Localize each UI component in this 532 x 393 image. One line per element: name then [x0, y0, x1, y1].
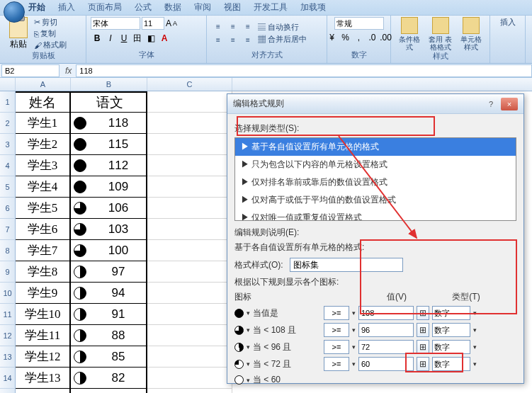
cut-button[interactable]: ✂剪切 — [34, 17, 67, 28]
row-header[interactable]: 7 — [0, 219, 16, 240]
cell[interactable] — [147, 176, 232, 198]
operator-select[interactable] — [324, 306, 349, 320]
col-A[interactable]: A — [16, 78, 71, 91]
cell[interactable]: 学生4 — [16, 176, 71, 198]
name-box[interactable] — [1, 64, 60, 77]
cell[interactable]: 学生6 — [16, 219, 71, 240]
chevron-down-icon[interactable]: ▾ — [247, 377, 250, 384]
cell[interactable]: 100 — [71, 240, 147, 261]
tab-dev[interactable]: 开发工具 — [254, 1, 288, 13]
cell[interactable]: 94 — [71, 283, 147, 304]
copy-button[interactable]: ⎘复制 — [34, 28, 67, 39]
fx-icon[interactable]: fx — [61, 66, 76, 76]
merge-button[interactable]: ▦ 合并后居中 — [258, 34, 307, 45]
cell[interactable]: 109 — [71, 176, 147, 198]
row-header[interactable]: 3 — [0, 134, 16, 155]
cell[interactable]: 姓名 — [16, 91, 71, 113]
rule-item-2[interactable]: ▶ 仅对排名靠前或靠后的数值设置格式 — [235, 173, 516, 191]
percent-icon[interactable]: % — [339, 31, 352, 44]
align-grid[interactable]: ≡≡≡≡≡≡ — [211, 21, 255, 47]
italic-button[interactable]: I — [104, 32, 117, 45]
bold-button[interactable]: B — [91, 32, 103, 45]
dialog-titlebar[interactable]: 编辑格式规则 ? × — [227, 94, 523, 114]
cell[interactable] — [147, 368, 232, 389]
tab-insert[interactable]: 插入 — [58, 1, 75, 13]
value-input[interactable] — [358, 323, 414, 337]
cell[interactable]: 学生10 — [16, 304, 71, 325]
insert-button[interactable]: 插入 — [500, 17, 516, 28]
rule-type-list[interactable]: ▶ 基于各自值设置所有单元格的格式 ▶ 只为包含以下内容的单元格设置格式 ▶ 仅… — [234, 137, 516, 221]
fmtpaint-button[interactable]: 🖌格式刷 — [34, 40, 67, 50]
cell[interactable]: 语文 — [71, 91, 147, 113]
col-C[interactable]: C — [147, 78, 232, 91]
cell[interactable]: 115 — [71, 134, 147, 155]
type-select[interactable] — [432, 306, 470, 320]
col-B[interactable]: B — [71, 78, 147, 91]
cell[interactable] — [147, 389, 232, 393]
cell[interactable]: 学生5 — [16, 198, 71, 219]
cell[interactable]: 学生14 — [16, 389, 71, 393]
cell[interactable] — [147, 155, 232, 176]
rule-item-4[interactable]: ▶ 仅对唯一值或重复值设置格式 — [235, 209, 516, 221]
row-header[interactable]: 6 — [0, 198, 16, 219]
cell[interactable] — [147, 134, 232, 155]
cell[interactable]: 79 — [71, 389, 147, 393]
chevron-down-icon[interactable]: ▾ — [352, 309, 356, 317]
chevron-down-icon[interactable]: ▾ — [473, 343, 477, 351]
cell[interactable]: 97 — [71, 261, 147, 283]
row-header[interactable]: 1 — [0, 91, 16, 113]
operator-select[interactable] — [324, 323, 349, 337]
operator-select[interactable] — [324, 340, 349, 354]
tab-review[interactable]: 审阅 — [194, 1, 211, 13]
cell[interactable]: 学生9 — [16, 283, 71, 304]
range-picker-icon[interactable]: ⊞ — [417, 340, 429, 354]
tab-data[interactable]: 数据 — [164, 1, 181, 13]
chevron-down-icon[interactable]: ▾ — [473, 309, 477, 317]
type-select[interactable] — [432, 323, 470, 337]
fmt-style-select[interactable] — [290, 258, 403, 272]
chevron-down-icon[interactable]: ▾ — [352, 360, 356, 368]
cell[interactable] — [147, 346, 232, 368]
chevron-down-icon[interactable]: ▾ — [473, 360, 477, 368]
formula-input[interactable] — [76, 64, 532, 77]
row-header[interactable]: 13 — [0, 346, 16, 368]
fontcolor-button[interactable]: A — [158, 32, 171, 45]
value-input[interactable] — [358, 357, 414, 371]
row-header[interactable]: 8 — [0, 240, 16, 261]
row-header[interactable]: 4 — [0, 155, 16, 176]
cell[interactable] — [147, 91, 232, 113]
cond-fmt-button[interactable]: 条件格式 — [395, 17, 424, 51]
cell[interactable] — [147, 325, 232, 346]
operator-select[interactable] — [324, 357, 349, 371]
underline-button[interactable]: U — [118, 32, 130, 45]
cell[interactable]: 学生12 — [16, 346, 71, 368]
tab-layout[interactable]: 页面布局 — [88, 1, 122, 13]
currency-icon[interactable]: ¥ — [326, 31, 339, 44]
tab-formula[interactable]: 公式 — [135, 1, 152, 13]
cell[interactable] — [147, 113, 232, 134]
cell[interactable]: 118 — [71, 113, 147, 134]
cell[interactable]: 88 — [71, 325, 147, 346]
paste-button[interactable]: 粘贴 — [6, 17, 31, 50]
cell[interactable]: 学生11 — [16, 325, 71, 346]
dec-dec-icon[interactable]: .00 — [380, 31, 392, 44]
cell[interactable]: 学生8 — [16, 261, 71, 283]
select-all[interactable] — [0, 78, 16, 91]
row-header[interactable]: 5 — [0, 176, 16, 198]
rule-item-0[interactable]: ▶ 基于各自值设置所有单元格的格式 — [235, 138, 516, 156]
grow-font-icon[interactable]: A — [166, 18, 171, 28]
office-orb[interactable] — [4, 1, 25, 23]
type-select[interactable] — [432, 357, 470, 371]
row-header[interactable]: 14 — [0, 368, 16, 389]
cell[interactable]: 112 — [71, 155, 147, 176]
tab-addin[interactable]: 加载项 — [300, 1, 326, 13]
cell[interactable]: 85 — [71, 346, 147, 368]
chevron-down-icon[interactable]: ▾ — [473, 326, 477, 334]
chevron-down-icon[interactable]: ▾ — [352, 326, 356, 334]
cell[interactable]: 103 — [71, 219, 147, 240]
wrap-button[interactable]: ▤ 自动换行 — [258, 22, 307, 33]
cell[interactable]: 学生1 — [16, 113, 71, 134]
cell[interactable] — [147, 304, 232, 325]
rule-item-3[interactable]: ▶ 仅对高于或低于平均值的数值设置格式 — [235, 191, 516, 209]
chevron-down-icon[interactable]: ▾ — [247, 360, 250, 368]
